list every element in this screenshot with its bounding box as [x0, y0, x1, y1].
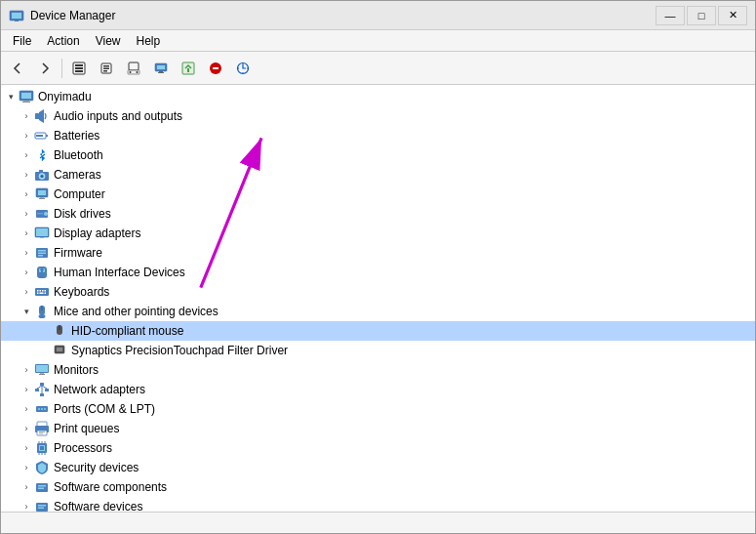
monitor-button[interactable] — [148, 56, 174, 81]
svg-rect-30 — [36, 135, 43, 137]
security-expand[interactable]: › — [19, 460, 34, 475]
svg-rect-6 — [75, 70, 83, 72]
svg-point-41 — [44, 212, 48, 216]
back-button[interactable] — [5, 56, 30, 81]
tree-item-network[interactable]: › Network adapters — [1, 380, 755, 399]
svg-rect-37 — [38, 190, 46, 195]
svg-point-64 — [39, 314, 46, 318]
bluetooth-expand[interactable]: › — [19, 147, 34, 163]
svg-rect-103 — [38, 508, 44, 510]
tree-item-print[interactable]: › Print queues — [1, 419, 755, 438]
svg-rect-58 — [45, 290, 47, 292]
tree-root[interactable]: ▾ Onyimadu — [1, 87, 755, 106]
menu-file[interactable]: File — [5, 32, 39, 50]
show-all-button[interactable] — [66, 56, 92, 81]
tree-item-bluetooth[interactable]: › Bluetooth — [1, 145, 755, 165]
network-label: Network adapters — [54, 383, 145, 396]
svg-rect-48 — [38, 253, 46, 255]
svg-rect-70 — [36, 365, 48, 372]
tree-item-security[interactable]: › Security devices — [1, 458, 755, 477]
svg-rect-17 — [159, 71, 163, 72]
refresh-button[interactable] — [121, 56, 146, 81]
display-expand[interactable]: › — [19, 226, 34, 241]
tree-item-disk[interactable]: › Disk drives — [1, 204, 755, 224]
print-label: Print queues — [54, 422, 119, 435]
tree-item-keyboards[interactable]: › Keyboards — [1, 282, 755, 302]
cameras-label: Cameras — [54, 168, 101, 182]
firmware-expand[interactable]: › — [19, 245, 34, 261]
menu-action[interactable]: Action — [39, 32, 87, 50]
monitors-label: Monitors — [54, 363, 99, 377]
tree-item-audio[interactable]: › Audio inputs and outputs — [1, 106, 755, 126]
firmware-label: Firmware — [54, 246, 102, 260]
svg-rect-57 — [42, 290, 44, 292]
scan-button[interactable] — [230, 56, 256, 81]
disk-expand[interactable]: › — [19, 206, 34, 222]
properties-button[interactable] — [94, 56, 119, 81]
tree-item-cameras[interactable]: › Cameras — [1, 165, 755, 185]
title-bar: Device Manager — □ ✕ — [1, 1, 755, 30]
svg-rect-73 — [40, 383, 44, 386]
tree-item-software-comp[interactable]: › Software components — [1, 477, 755, 497]
svg-point-81 — [38, 408, 40, 410]
software-dev-expand[interactable]: › — [19, 499, 34, 512]
synaptics-label: Synaptics PrecisionTouchpad Filter Drive… — [71, 344, 288, 357]
battery-icon — [34, 128, 50, 144]
tree-item-hid-mouse[interactable]: › HID-compliant mouse — [1, 321, 755, 341]
svg-rect-59 — [37, 293, 39, 295]
processors-expand[interactable]: › — [19, 440, 34, 456]
cameras-expand[interactable]: › — [19, 167, 34, 183]
software-comp-expand[interactable]: › — [19, 479, 34, 495]
computer-expand[interactable]: › — [19, 186, 34, 202]
tree-item-batteries[interactable]: › Batteries — [1, 126, 755, 145]
audio-expand[interactable]: › — [19, 108, 34, 124]
svg-point-82 — [41, 408, 43, 410]
security-label: Security devices — [54, 461, 139, 474]
menu-help[interactable]: Help — [129, 32, 169, 50]
tree-item-software-dev[interactable]: › Software devices — [1, 497, 755, 512]
keyboards-label: Keyboards — [54, 285, 109, 299]
bluetooth-label: Bluetooth — [54, 148, 103, 162]
svg-rect-60 — [40, 293, 44, 295]
svg-rect-38 — [40, 197, 44, 198]
remove-button[interactable] — [203, 56, 228, 81]
maximize-button[interactable]: □ — [687, 6, 716, 25]
svg-point-13 — [130, 71, 132, 73]
tree-item-ports[interactable]: › Ports (COM & LPT) — [1, 399, 755, 419]
tree-item-hid[interactable]: › Human Interface Devices — [1, 263, 755, 282]
bluetooth-icon — [34, 147, 50, 163]
menu-view[interactable]: View — [88, 32, 129, 50]
software-comp-label: Software components — [54, 480, 167, 494]
ports-expand[interactable]: › — [19, 401, 34, 417]
tree-item-processors[interactable]: › Processors — [1, 438, 755, 458]
svg-rect-100 — [38, 488, 44, 490]
tree-item-firmware[interactable]: › Firmware — [1, 243, 755, 263]
tree-item-mice[interactable]: ▾ Mice and other pointing devices — [1, 302, 755, 321]
tree-item-monitors[interactable]: › Monitors — [1, 360, 755, 380]
close-button[interactable]: ✕ — [718, 6, 747, 25]
svg-point-34 — [41, 175, 44, 178]
hid-expand[interactable]: › — [19, 265, 34, 280]
monitors-expand[interactable]: › — [19, 362, 34, 378]
status-bar — [1, 512, 755, 533]
svg-rect-49 — [38, 255, 43, 257]
svg-line-77 — [37, 386, 42, 389]
update-button[interactable] — [176, 56, 201, 81]
network-expand[interactable]: › — [19, 382, 34, 397]
tree-item-synaptics[interactable]: › Synaptics PrecisionTouchpad Filter Dri… — [1, 341, 755, 360]
keyboards-expand[interactable]: › — [19, 284, 34, 300]
batteries-label: Batteries — [54, 129, 99, 143]
root-expand[interactable]: ▾ — [3, 89, 19, 104]
mice-expand[interactable]: ▾ — [19, 304, 34, 319]
tree-item-computer[interactable]: › Computer — [1, 185, 755, 204]
forward-button[interactable] — [32, 56, 58, 81]
batteries-expand[interactable]: › — [19, 128, 34, 144]
svg-rect-91 — [40, 446, 44, 450]
svg-point-83 — [44, 408, 46, 410]
print-expand[interactable]: › — [19, 421, 34, 436]
tree-item-display[interactable]: › Display adapters — [1, 224, 755, 243]
svg-rect-4 — [75, 64, 83, 66]
svg-rect-31 — [46, 135, 48, 137]
software-comp-icon — [34, 479, 50, 495]
minimize-button[interactable]: — — [656, 6, 685, 25]
